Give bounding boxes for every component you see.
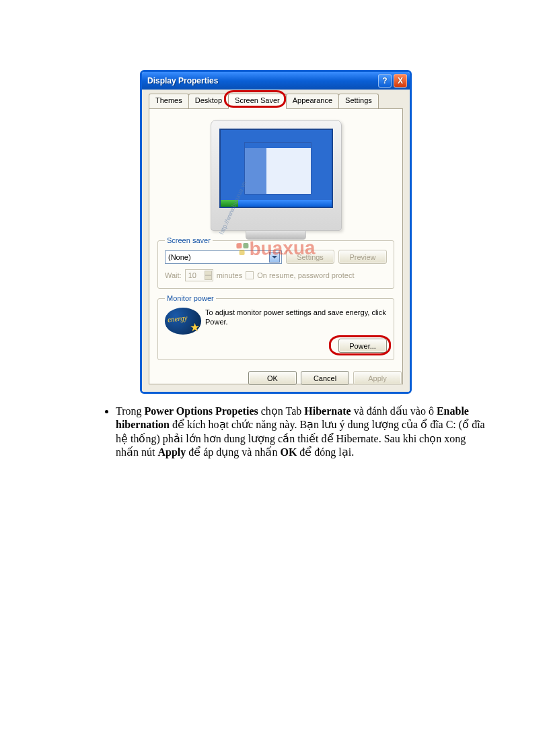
apply-button[interactable]: Apply [353,371,402,385]
screensaver-legend: Screen saver [165,236,213,244]
preview-button[interactable]: Preview [338,250,387,264]
instruction-text: Trong Power Options Propeties chọn Tab H… [97,405,486,460]
chevron-down-icon [269,252,280,263]
tab-panel: http://www.buaxua.vn buaxua Screen saver… [149,108,403,384]
resume-checkbox[interactable] [246,271,254,279]
help-icon: ? [382,76,387,85]
monitor-power-group: Monitor power energy To adjust monitor p… [157,294,394,360]
screensaver-group: Screen saver (None) Settings Preview Wai… [157,236,394,289]
close-icon: X [398,76,403,85]
display-properties-dialog: Display Properties ? X Themes Desktop Sc… [140,70,412,394]
monitor-power-description: To adjust monitor power settings and sav… [205,308,387,327]
energy-star-icon: energy [165,308,201,335]
tab-desktop[interactable]: Desktop [188,94,229,108]
tab-strip: Themes Desktop Screen Saver Appearance S… [149,94,403,108]
spin-up-icon [205,271,212,275]
settings-button[interactable]: Settings [286,250,334,264]
monitor-preview-icon [211,120,342,231]
monitor-power-legend: Monitor power [165,294,216,302]
tab-themes[interactable]: Themes [149,94,189,108]
screensaver-selected-value: (None) [168,253,191,261]
ok-button[interactable]: OK [248,371,297,385]
spin-down-icon [205,275,212,280]
help-button[interactable]: ? [378,74,392,88]
tab-screen-saver[interactable]: Screen Saver [228,94,287,109]
wait-spinner[interactable]: 10 [185,269,213,281]
window-title: Display Properties [147,76,378,85]
power-button[interactable]: Power... [338,339,387,353]
tab-settings[interactable]: Settings [338,94,379,108]
close-button[interactable]: X [394,74,407,88]
cancel-button[interactable]: Cancel [301,371,349,385]
wait-label: Wait: [165,271,182,279]
resume-label: On resume, password protect [257,271,354,279]
titlebar[interactable]: Display Properties ? X [142,72,410,90]
screensaver-select[interactable]: (None) [165,250,282,264]
tab-appearance[interactable]: Appearance [286,94,339,108]
wait-unit: minutes [217,271,243,279]
